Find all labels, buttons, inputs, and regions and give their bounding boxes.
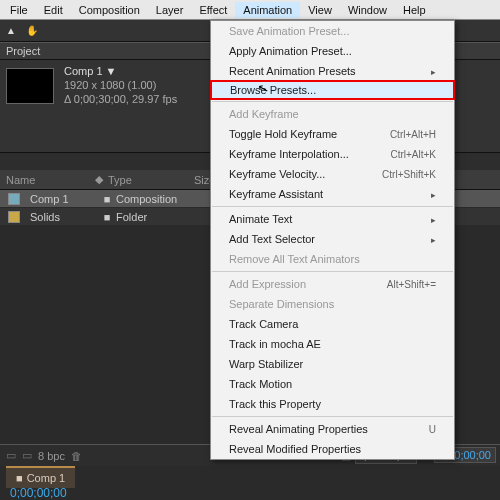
column-type[interactable]: Type — [108, 174, 194, 186]
menu-help[interactable]: Help — [395, 2, 434, 18]
animation-menu[interactable]: Save Animation Preset...Apply Animation … — [210, 20, 455, 460]
composition-name[interactable]: Comp 1 ▼ — [64, 64, 177, 78]
menu-item-animate-text[interactable]: Animate Text — [211, 209, 454, 229]
menu-item-add-text-selector[interactable]: Add Text Selector — [211, 229, 454, 249]
trash-icon[interactable]: 🗑 — [71, 450, 82, 462]
menu-item-track-camera[interactable]: Track Camera — [211, 314, 454, 334]
selection-tool-icon[interactable]: ▲ — [4, 25, 18, 36]
item-name: Comp 1 — [24, 193, 98, 205]
menu-file[interactable]: File — [2, 2, 36, 18]
timeline-tab[interactable]: ■ Comp 1 — [6, 466, 75, 488]
label-swatch[interactable]: ■ — [98, 193, 116, 205]
item-type: Composition — [116, 193, 202, 205]
item-icon — [8, 193, 20, 205]
menu-item-apply-animation-preset[interactable]: Apply Animation Preset... — [211, 41, 454, 61]
bit-depth[interactable]: 8 bpc — [38, 450, 65, 462]
menu-item-add-keyframe: Add Keyframe — [211, 104, 454, 124]
menu-composition[interactable]: Composition — [71, 2, 148, 18]
new-comp-icon[interactable]: ▭ — [6, 449, 16, 462]
new-folder-icon[interactable]: ▭ — [22, 449, 32, 462]
menu-item-track-this-property[interactable]: Track this Property — [211, 394, 454, 414]
composition-timing: Δ 0;00;30;00, 29.97 fps — [64, 92, 177, 106]
item-type: Folder — [116, 211, 202, 223]
menu-item-browse-presets[interactable]: Browse Presets... — [210, 80, 455, 100]
label-swatch[interactable]: ■ — [98, 211, 116, 223]
item-name: Solids — [24, 211, 98, 223]
composition-dimensions: 1920 x 1080 (1.00) — [64, 78, 177, 92]
menu-item-separate-dimensions: Separate Dimensions — [211, 294, 454, 314]
menu-window[interactable]: Window — [340, 2, 395, 18]
menu-item-recent-animation-presets[interactable]: Recent Animation Presets — [211, 61, 454, 81]
menu-animation[interactable]: Animation — [235, 2, 300, 18]
menu-effect[interactable]: Effect — [191, 2, 235, 18]
menu-item-remove-all-text-animators: Remove All Text Animators — [211, 249, 454, 269]
composition-thumbnail — [6, 68, 54, 104]
column-name[interactable]: Name — [0, 174, 90, 186]
menu-item-add-expression: Add ExpressionAlt+Shift+= — [211, 274, 454, 294]
menu-edit[interactable]: Edit — [36, 2, 71, 18]
timeline-timecode[interactable]: 0;00;00;00 — [10, 486, 67, 500]
column-label[interactable]: ◆ — [90, 173, 108, 186]
menubar[interactable]: FileEditCompositionLayerEffectAnimationV… — [0, 0, 500, 20]
menu-item-keyframe-assistant[interactable]: Keyframe Assistant — [211, 184, 454, 204]
menu-view[interactable]: View — [300, 2, 340, 18]
menu-item-warp-stabilizer[interactable]: Warp Stabilizer — [211, 354, 454, 374]
menu-item-track-in-mocha-ae[interactable]: Track in mocha AE — [211, 334, 454, 354]
menu-layer[interactable]: Layer — [148, 2, 192, 18]
menu-item-reveal-modified-properties[interactable]: Reveal Modified Properties — [211, 439, 454, 459]
menu-item-save-animation-preset: Save Animation Preset... — [211, 21, 454, 41]
menu-item-keyframe-interpolation[interactable]: Keyframe Interpolation...Ctrl+Alt+K — [211, 144, 454, 164]
menu-item-keyframe-velocity[interactable]: Keyframe Velocity...Ctrl+Shift+K — [211, 164, 454, 184]
menu-item-toggle-hold-keyframe[interactable]: Toggle Hold KeyframeCtrl+Alt+H — [211, 124, 454, 144]
menu-item-reveal-animating-properties[interactable]: Reveal Animating PropertiesU — [211, 419, 454, 439]
menu-item-track-motion[interactable]: Track Motion — [211, 374, 454, 394]
hand-tool-icon[interactable]: ✋ — [24, 25, 40, 36]
item-icon — [8, 211, 20, 223]
